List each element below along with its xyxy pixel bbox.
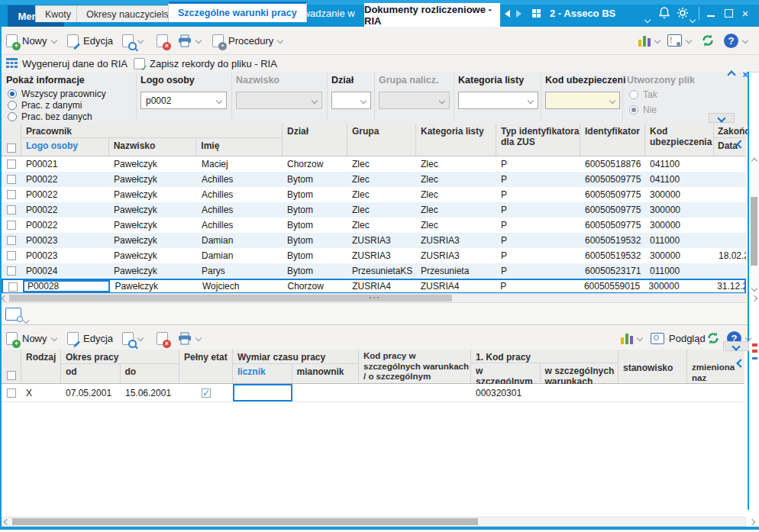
cell[interactable]: 60050509775 [580,187,645,202]
cell[interactable]: ZUSRIA3 [347,233,416,248]
cell[interactable]: 60050519532 [580,248,645,263]
table-row[interactable]: X 07.05.2001 15.06.2001 000320301 [2,384,744,402]
row-checkbox[interactable] [7,236,16,245]
close-button[interactable]: × [738,6,752,20]
bottom-edit-button[interactable]: Edycja [67,328,113,348]
bottom-grid-collapse-icon[interactable] [738,356,744,369]
cell[interactable]: P00022 [21,218,109,233]
cell[interactable]: P00028 [23,280,111,292]
cell[interactable] [714,187,746,202]
cell[interactable]: Achilles [197,202,283,218]
row-checkbox[interactable] [7,251,16,260]
cell[interactable]: Wojciech [198,280,283,292]
cell[interactable]: 60050509775 [580,202,645,218]
table-row[interactable]: P00022PawełczykAchillesBytomZlecZlecP600… [2,172,746,187]
new-button[interactable]: + Nowy [6,31,57,50]
cell[interactable]: Pawełczyk [109,172,197,187]
col-od[interactable]: od [61,364,121,383]
help-button[interactable]: ? [724,31,748,50]
cell[interactable]: Bytom [283,202,347,218]
col-nazwisko[interactable]: Nazwisko [109,138,197,156]
panel-view-chevron-icon[interactable] [24,312,28,326]
bell-icon[interactable] [658,7,670,23]
workspace-chevron-icon[interactable] [645,11,650,25]
cell[interactable]: P00022 [21,187,109,202]
cell[interactable]: Pawełczyk [109,218,197,233]
cell[interactable]: P [496,202,580,218]
col-kod-ubezpieczenia[interactable]: Kod ubezpieczenia [645,124,714,156]
cell[interactable]: Zlec [416,172,496,187]
cell[interactable]: P [496,263,580,279]
cell-do[interactable]: 15.06.2001 [121,384,179,401]
cell[interactable]: Zlec [347,156,416,172]
cell[interactable]: Damian [197,248,283,263]
radio-all-employees[interactable]: Wszyscy pracownicy [8,89,106,99]
cell[interactable]: 60050509775 [580,218,645,233]
splitter-handle[interactable] [370,297,382,299]
table-row[interactable]: P00021PawełczykMaciejChorzowZlecZlecP600… [2,156,746,172]
col-pelny-etat[interactable]: Pełny etat [179,350,233,383]
bottom-refresh-button[interactable] [706,328,721,348]
cell[interactable]: Chorzow [283,280,347,292]
cell-kod1-warunkach[interactable] [541,384,619,401]
cell[interactable]: Zlec [416,202,496,218]
cell[interactable]: 300000 [645,202,714,218]
cell[interactable]: 60050523171 [580,263,645,279]
col-grupa[interactable]: Grupa [347,124,416,156]
cell-mianownik[interactable] [292,384,359,401]
bottom-search-button[interactable] [122,328,143,348]
col-typ-identyfikatora[interactable]: Typ identyfikatora dla ZUS [496,124,580,156]
col-rodzaj[interactable]: Rodzaj [21,350,61,383]
col-identyfikator[interactable]: Identyfikator [580,124,645,156]
col-imie[interactable]: Imię [196,138,282,156]
cell[interactable]: Zlec [347,187,416,202]
filter-collapse-icon[interactable] [725,69,738,79]
cell[interactable]: 300000 [645,218,714,233]
cell[interactable]: Pawełczyk [109,156,197,172]
tab-kwoty[interactable]: Kwoty [35,5,81,22]
col-mianownik[interactable]: mianownik [292,364,358,383]
cell[interactable] [714,218,746,233]
cell-pelny-etat[interactable] [179,384,233,401]
scroll-up-icon[interactable] [750,156,759,166]
table-row[interactable]: P00028PawełczykWojciechChorzowZUSRIA4ZUS… [2,279,746,294]
generate-ria-button[interactable]: Wygeneruj dane do RIA [6,56,128,70]
edit-button[interactable]: Edycja [67,31,113,50]
table-row[interactable]: P00023PawełczykDamianBytomZUSRIA3ZUSRIA3… [2,233,746,248]
bottom-print-button[interactable] [178,328,201,348]
cell[interactable]: Zlec [347,172,416,187]
minimize-button[interactable] [704,6,718,20]
col-stanowisko[interactable]: stanowisko [619,350,687,383]
cell[interactable]: 300000 [645,187,714,202]
cell[interactable]: P00023 [21,233,109,248]
cell[interactable]: Pawełczyk [110,280,198,292]
scroll-left-icon[interactable] [2,517,11,527]
row-checkbox[interactable] [8,282,18,292]
col-logo-osoby[interactable]: Logo osoby [21,138,109,156]
cell[interactable]: 18.02.2 [714,248,746,263]
window-settings-button[interactable]: ! [667,31,691,50]
chart-menu-button[interactable] [638,31,660,50]
cell[interactable]: Pawełczyk [109,187,197,202]
row-checkbox[interactable] [7,221,16,230]
bottom-delete-button[interactable]: × [157,328,168,348]
table-row[interactable]: P00022PawełczykAchillesBytomZlecZlecP600… [2,218,746,233]
cell[interactable] [714,233,746,248]
cell-kod-szczegolne[interactable] [359,384,471,401]
cell[interactable]: Pawełczyk [109,263,197,279]
cell[interactable]: 300000 [644,280,713,292]
cell[interactable]: Maciej [197,156,283,172]
select-all-checkbox[interactable] [7,371,16,380]
vertical-scrollbar-thumb[interactable] [751,197,757,266]
cell[interactable]: ZUSRIA3 [416,233,496,248]
cell[interactable]: Achilles [197,218,283,233]
scroll-right-icon[interactable] [750,294,759,303]
apps-grid-icon[interactable] [532,9,541,18]
table-row[interactable]: P00022PawełczykAchillesBytomZlecZlecP600… [2,187,746,202]
cell-rodzaj[interactable]: X [21,384,61,401]
tab-scroll-left-icon[interactable] [505,10,510,18]
col-kod-szczegolne[interactable]: Kod pracy w szczególnych warunkach / o s… [359,350,471,383]
cell-stanowisko[interactable] [619,384,687,401]
gear-icon[interactable] [677,7,689,22]
cell[interactable]: 60050518876 [580,156,645,172]
